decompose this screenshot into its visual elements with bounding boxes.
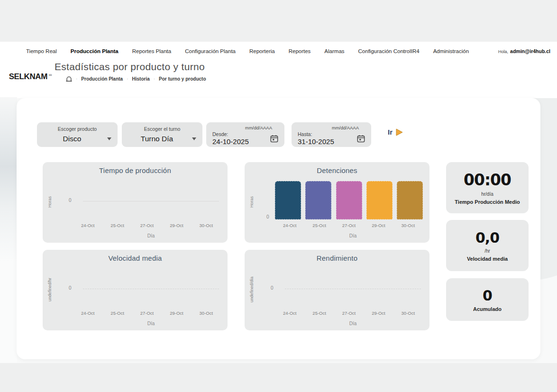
kpi-unit: /hr <box>484 248 490 254</box>
page: Tiempo Real Producción Planta Reportes P… <box>0 0 557 392</box>
breadcrumb-historia[interactable]: Historia <box>132 76 149 82</box>
date-to-field[interactable]: mm/dd/AAAA Hasta: 31-10-2025 <box>292 122 371 147</box>
go-button[interactable]: Ir <box>388 128 403 136</box>
x-tick-label: 29-Oct <box>162 223 191 228</box>
nav-item-administracion[interactable]: Administración <box>433 48 469 54</box>
kpi-label: Tiempo Producción Medio <box>455 199 520 205</box>
brand-logo-mark: ∞ <box>49 73 52 77</box>
x-axis-label: Día <box>285 321 421 326</box>
x-axis-ticks: 24-Oct25-Oct27-Oct29-Oct30-Oct <box>275 223 423 228</box>
x-tick-label: 27-Oct <box>334 310 364 316</box>
date-from-value: 24-10-2025 <box>212 137 249 146</box>
x-tick-label: 29-Oct <box>162 310 191 316</box>
nav-item-produccion-planta[interactable]: Producción Planta <box>71 48 119 54</box>
gridline <box>285 289 421 289</box>
chevron-down-icon[interactable] <box>107 137 111 140</box>
kpi-unit: hr/día <box>481 191 493 197</box>
shift-select[interactable]: Escoger el turno Turno Día <box>122 122 202 147</box>
x-axis-label: Día <box>83 233 219 238</box>
bar-25-Oct <box>305 181 331 219</box>
kpi-acumulado: 0 Acumulado <box>446 278 529 321</box>
y-tick-label: 0 <box>69 198 72 203</box>
bar-29-Oct <box>366 181 393 219</box>
content-card: Escoger producto Disco Escoger el turno … <box>17 98 540 359</box>
go-button-label: Ir <box>388 128 393 136</box>
x-axis-ticks: 24-Oct25-Oct27-Oct29-Oct30-Oct <box>73 310 221 316</box>
x-tick-label: 30-Oct <box>393 223 423 228</box>
nav-item-alarmas[interactable]: Alarmas <box>324 48 344 54</box>
x-tick-label: 25-Oct <box>102 310 132 316</box>
x-tick-label: 29-Oct <box>364 223 393 228</box>
x-tick-label: 30-Oct <box>192 310 221 316</box>
nav-item-reportes-planta[interactable]: Reportes Planta <box>132 48 171 54</box>
x-axis-label: Día <box>285 233 421 238</box>
kpi-label: Acumulado <box>473 306 502 312</box>
nav-item-reportes[interactable]: Reportes <box>289 48 311 54</box>
breadcrumb-por-turno-y-producto[interactable]: Por turno y producto <box>159 76 206 82</box>
kpi-value: 0,0 <box>475 229 499 246</box>
y-axis-label: Horas <box>249 179 254 225</box>
breadcrumb-produccion-planta[interactable]: Producción Planta <box>81 76 123 82</box>
date-from-label: Desde: <box>212 131 228 137</box>
shift-select-label: Escoger el turno <box>122 126 202 132</box>
calendar-icon[interactable] <box>357 135 365 143</box>
gridline <box>83 289 219 289</box>
chevron-down-icon[interactable] <box>192 137 196 140</box>
y-tick-label: 0 <box>266 214 269 219</box>
product-select[interactable]: Escoger producto Disco <box>37 122 118 147</box>
x-tick-label: 25-Oct <box>102 223 132 228</box>
x-tick-label: 29-Oct <box>364 310 393 316</box>
chart-title: Tiempo de producción <box>43 166 228 174</box>
nav-item-configuracion-planta[interactable]: Configuración Planta <box>185 48 236 54</box>
main-nav: Tiempo Real Producción Planta Reportes P… <box>26 46 550 56</box>
date-to-label: Hasta: <box>298 131 312 137</box>
y-axis-label: Horas <box>47 179 52 225</box>
breadcrumb-separator: · <box>127 76 128 82</box>
decorative-left-gradient <box>0 97 17 363</box>
breadcrumb-separator: · <box>76 76 77 82</box>
chart-rendimiento: Rendimiento undefined/día 0 24-Oct25-Oct… <box>245 250 429 330</box>
user-email: admin@ir4hub.cl <box>510 48 550 54</box>
y-axis-label: undefined/día <box>249 267 254 312</box>
x-tick-label: 25-Oct <box>304 310 334 316</box>
brand-logo-text: SELKNAM <box>9 72 47 82</box>
bar-24-Oct <box>275 181 301 219</box>
x-tick-label: 27-Oct <box>334 223 364 228</box>
date-to-value: 31-10-2025 <box>298 137 334 146</box>
page-title: Estadísticas por producto y turno <box>55 61 205 73</box>
calendar-icon[interactable] <box>270 135 278 143</box>
x-tick-label: 25-Oct <box>304 223 334 228</box>
user-greeting[interactable]: Hola, admin@ir4hub.cl <box>498 48 550 54</box>
shift-select-value: Turno Día <box>122 135 192 143</box>
chart-tiempo-de-produccion: Tiempo de producción Horas 0 24-Oct25-Oc… <box>43 162 228 243</box>
play-icon <box>396 128 403 136</box>
y-axis-label: undefined/hr <box>47 267 52 312</box>
date-from-field[interactable]: mm/dd/AAAA Desde: 24-10-2025 <box>206 122 284 147</box>
footer-band <box>0 363 557 392</box>
x-axis-ticks: 24-Oct25-Oct27-Oct29-Oct30-Oct <box>73 223 221 228</box>
gridline <box>83 201 219 201</box>
kpi-value: 00:00 <box>464 171 511 189</box>
kpi-velocidad-media: 0,0 /hr Velocidad media <box>446 220 529 271</box>
home-icon[interactable] <box>66 76 72 82</box>
chart-velocidad-media: Velocidad media undefined/hr 0 24-Oct25-… <box>43 250 228 330</box>
chart-title: Detenciones <box>245 166 429 174</box>
nav-item-tiempo-real[interactable]: Tiempo Real <box>26 48 57 54</box>
bar-27-Oct <box>336 181 362 219</box>
x-tick-label: 27-Oct <box>132 223 162 228</box>
date-to-format-hint: mm/dd/AAAA <box>332 125 359 130</box>
y-tick-label: 0 <box>69 285 72 291</box>
bar-30-Oct <box>397 181 423 219</box>
brand-logo[interactable]: SELKNAM ∞ <box>8 67 53 86</box>
kpi-label: Velocidad media <box>467 256 508 262</box>
x-tick-label: 30-Oct <box>393 310 423 316</box>
x-tick-label: 24-Oct <box>73 223 102 228</box>
nav-item-configuracion-controlir4[interactable]: Configuración ControlIR4 <box>358 48 420 54</box>
x-tick-label: 24-Oct <box>275 223 304 228</box>
x-axis-label: Día <box>83 321 219 326</box>
bars-detenciones <box>275 181 423 219</box>
kpi-tiempo-produccion-medio: 00:00 hr/día Tiempo Producción Medio <box>446 162 529 213</box>
chart-title: Velocidad media <box>43 254 228 262</box>
nav-item-reporteria[interactable]: Reporteria <box>249 48 275 54</box>
greeting-label: Hola, <box>498 49 508 54</box>
